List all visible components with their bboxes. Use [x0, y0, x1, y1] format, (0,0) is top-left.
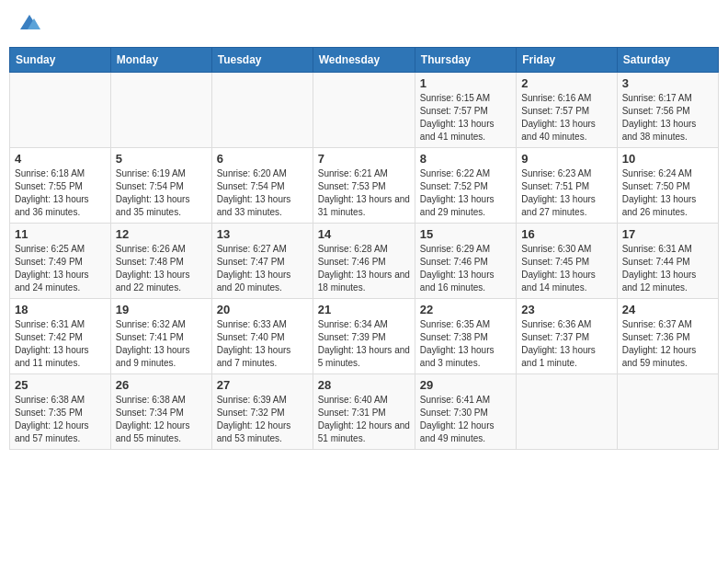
calendar-cell: 25Sunrise: 6:38 AM Sunset: 7:35 PM Dayli…	[10, 373, 111, 449]
day-number: 11	[15, 227, 106, 241]
day-info: Sunrise: 6:39 AM Sunset: 7:32 PM Dayligh…	[217, 394, 308, 445]
day-info: Sunrise: 6:34 AM Sunset: 7:39 PM Dayligh…	[318, 318, 410, 370]
calendar-cell: 15Sunrise: 6:29 AM Sunset: 7:46 PM Dayli…	[415, 223, 516, 298]
day-number: 2	[521, 76, 611, 90]
calendar-cell: 22Sunrise: 6:35 AM Sunset: 7:38 PM Dayli…	[415, 298, 516, 373]
calendar-cell: 1Sunrise: 6:15 AM Sunset: 7:57 PM Daylig…	[415, 72, 516, 147]
day-info: Sunrise: 6:16 AM Sunset: 7:57 PM Dayligh…	[521, 92, 611, 144]
calendar-cell: 18Sunrise: 6:31 AM Sunset: 7:42 PM Dayli…	[10, 298, 111, 373]
day-number: 7	[318, 152, 410, 166]
day-number: 26	[116, 378, 207, 392]
day-number: 15	[420, 227, 511, 241]
day-header-saturday: Saturday	[617, 47, 718, 72]
week-row-1: 1Sunrise: 6:15 AM Sunset: 7:57 PM Daylig…	[10, 72, 719, 147]
day-number: 1	[420, 76, 511, 90]
day-info: Sunrise: 6:25 AM Sunset: 7:49 PM Dayligh…	[15, 243, 106, 294]
day-number: 9	[521, 152, 611, 166]
day-info: Sunrise: 6:35 AM Sunset: 7:38 PM Dayligh…	[420, 318, 511, 370]
calendar-cell: 7Sunrise: 6:21 AM Sunset: 7:53 PM Daylig…	[313, 147, 415, 223]
calendar-cell: 24Sunrise: 6:37 AM Sunset: 7:36 PM Dayli…	[617, 298, 718, 373]
day-number: 25	[15, 378, 106, 392]
calendar-cell: 14Sunrise: 6:28 AM Sunset: 7:46 PM Dayli…	[313, 223, 415, 298]
day-header-monday: Monday	[110, 47, 211, 72]
calendar-table: SundayMondayTuesdayWednesdayThursdayFrid…	[9, 47, 719, 450]
day-info: Sunrise: 6:40 AM Sunset: 7:31 PM Dayligh…	[318, 394, 410, 445]
calendar-cell: 17Sunrise: 6:31 AM Sunset: 7:44 PM Dayli…	[617, 223, 718, 298]
day-info: Sunrise: 6:28 AM Sunset: 7:46 PM Dayligh…	[318, 243, 410, 294]
day-number: 17	[622, 227, 713, 241]
day-header-sunday: Sunday	[10, 47, 111, 72]
day-info: Sunrise: 6:17 AM Sunset: 7:56 PM Dayligh…	[622, 92, 713, 144]
day-info: Sunrise: 6:33 AM Sunset: 7:40 PM Dayligh…	[217, 318, 308, 370]
day-number: 23	[521, 303, 611, 316]
week-row-2: 4Sunrise: 6:18 AM Sunset: 7:55 PM Daylig…	[10, 147, 719, 223]
day-info: Sunrise: 6:31 AM Sunset: 7:44 PM Dayligh…	[622, 243, 713, 294]
calendar-cell: 20Sunrise: 6:33 AM Sunset: 7:40 PM Dayli…	[211, 298, 313, 373]
calendar-cell: 27Sunrise: 6:39 AM Sunset: 7:32 PM Dayli…	[211, 373, 313, 449]
day-number: 18	[15, 303, 106, 316]
day-info: Sunrise: 6:21 AM Sunset: 7:53 PM Dayligh…	[318, 167, 410, 219]
day-number: 24	[622, 303, 713, 316]
day-info: Sunrise: 6:38 AM Sunset: 7:35 PM Dayligh…	[15, 394, 106, 445]
day-header-thursday: Thursday	[415, 47, 516, 72]
day-info: Sunrise: 6:26 AM Sunset: 7:48 PM Dayligh…	[116, 243, 207, 294]
calendar-cell: 2Sunrise: 6:16 AM Sunset: 7:57 PM Daylig…	[517, 72, 617, 147]
day-number: 16	[521, 227, 611, 241]
calendar-cell: 12Sunrise: 6:26 AM Sunset: 7:48 PM Dayli…	[110, 223, 211, 298]
logo-icon	[18, 13, 40, 31]
day-number: 6	[217, 152, 308, 166]
week-row-3: 11Sunrise: 6:25 AM Sunset: 7:49 PM Dayli…	[10, 223, 719, 298]
day-number: 19	[116, 303, 207, 316]
week-row-5: 25Sunrise: 6:38 AM Sunset: 7:35 PM Dayli…	[10, 373, 719, 449]
calendar-cell: 29Sunrise: 6:41 AM Sunset: 7:30 PM Dayli…	[415, 373, 516, 449]
day-info: Sunrise: 6:24 AM Sunset: 7:50 PM Dayligh…	[622, 167, 713, 219]
calendar-cell: 21Sunrise: 6:34 AM Sunset: 7:39 PM Dayli…	[313, 298, 415, 373]
calendar-cell	[313, 72, 415, 147]
day-number: 22	[420, 303, 511, 316]
day-info: Sunrise: 6:38 AM Sunset: 7:34 PM Dayligh…	[116, 394, 207, 445]
calendar-cell: 3Sunrise: 6:17 AM Sunset: 7:56 PM Daylig…	[617, 72, 718, 147]
day-number: 20	[217, 303, 308, 316]
page-header	[9, 9, 719, 40]
calendar-cell: 19Sunrise: 6:32 AM Sunset: 7:41 PM Dayli…	[110, 298, 211, 373]
day-info: Sunrise: 6:31 AM Sunset: 7:42 PM Dayligh…	[15, 318, 106, 370]
day-number: 3	[622, 76, 713, 90]
day-number: 29	[420, 378, 511, 392]
calendar-cell: 28Sunrise: 6:40 AM Sunset: 7:31 PM Dayli…	[313, 373, 415, 449]
day-info: Sunrise: 6:22 AM Sunset: 7:52 PM Dayligh…	[420, 167, 511, 219]
day-info: Sunrise: 6:29 AM Sunset: 7:46 PM Dayligh…	[420, 243, 511, 294]
day-info: Sunrise: 6:30 AM Sunset: 7:45 PM Dayligh…	[521, 243, 611, 294]
day-number: 12	[116, 227, 207, 241]
day-header-tuesday: Tuesday	[211, 47, 313, 72]
day-header-wednesday: Wednesday	[313, 47, 415, 72]
day-info: Sunrise: 6:37 AM Sunset: 7:36 PM Dayligh…	[622, 318, 713, 370]
day-number: 4	[15, 152, 106, 166]
day-info: Sunrise: 6:41 AM Sunset: 7:30 PM Dayligh…	[420, 394, 511, 445]
calendar-cell: 10Sunrise: 6:24 AM Sunset: 7:50 PM Dayli…	[617, 147, 718, 223]
calendar-cell	[110, 72, 211, 147]
calendar-cell: 5Sunrise: 6:19 AM Sunset: 7:54 PM Daylig…	[110, 147, 211, 223]
calendar-cell: 6Sunrise: 6:20 AM Sunset: 7:54 PM Daylig…	[211, 147, 313, 223]
calendar-cell: 23Sunrise: 6:36 AM Sunset: 7:37 PM Dayli…	[517, 298, 617, 373]
week-row-4: 18Sunrise: 6:31 AM Sunset: 7:42 PM Dayli…	[10, 298, 719, 373]
calendar-cell	[10, 72, 111, 147]
calendar-cell: 16Sunrise: 6:30 AM Sunset: 7:45 PM Dayli…	[517, 223, 617, 298]
calendar-cell: 9Sunrise: 6:23 AM Sunset: 7:51 PM Daylig…	[517, 147, 617, 223]
calendar-cell: 13Sunrise: 6:27 AM Sunset: 7:47 PM Dayli…	[211, 223, 313, 298]
day-number: 28	[318, 378, 410, 392]
day-number: 5	[116, 152, 207, 166]
day-info: Sunrise: 6:32 AM Sunset: 7:41 PM Dayligh…	[116, 318, 207, 370]
day-header-friday: Friday	[517, 47, 617, 72]
calendar-cell	[617, 373, 718, 449]
day-info: Sunrise: 6:27 AM Sunset: 7:47 PM Dayligh…	[217, 243, 308, 294]
day-number: 13	[217, 227, 308, 241]
calendar-cell	[517, 373, 617, 449]
logo	[17, 13, 40, 36]
day-number: 10	[622, 152, 713, 166]
day-info: Sunrise: 6:23 AM Sunset: 7:51 PM Dayligh…	[521, 167, 611, 219]
day-info: Sunrise: 6:19 AM Sunset: 7:54 PM Dayligh…	[116, 167, 207, 219]
calendar-header-row: SundayMondayTuesdayWednesdayThursdayFrid…	[10, 47, 719, 72]
day-info: Sunrise: 6:20 AM Sunset: 7:54 PM Dayligh…	[217, 167, 308, 219]
calendar-cell: 11Sunrise: 6:25 AM Sunset: 7:49 PM Dayli…	[10, 223, 111, 298]
day-number: 14	[318, 227, 410, 241]
